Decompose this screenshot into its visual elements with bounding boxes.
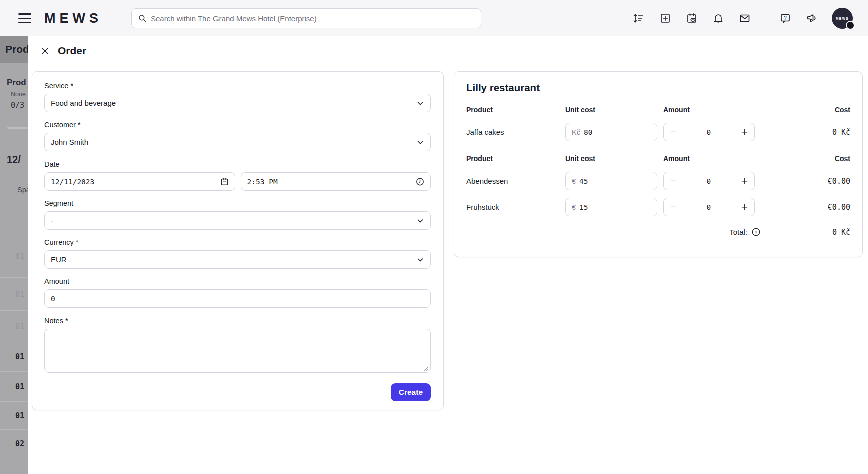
row-cost: €0.00 bbox=[761, 173, 850, 189]
column-header-unit-cost: Unit cost bbox=[565, 106, 663, 119]
mail-icon[interactable] bbox=[738, 12, 751, 25]
minus-icon[interactable]: − bbox=[670, 201, 676, 213]
background-table-row: 01 bbox=[0, 310, 28, 342]
time-input[interactable] bbox=[241, 172, 431, 191]
global-search[interactable] bbox=[131, 8, 481, 28]
date-input[interactable] bbox=[44, 172, 235, 191]
segment-select[interactable]: - bbox=[44, 211, 431, 230]
row-cost: 0 Kč bbox=[761, 124, 850, 140]
product-table: Product Unit cost Amount Cost Abendessen… bbox=[466, 154, 850, 220]
background-table-row: 01 bbox=[0, 401, 28, 429]
background-table-row: 01 bbox=[0, 342, 28, 371]
background-table-row bbox=[0, 458, 28, 474]
amount-input[interactable] bbox=[44, 289, 431, 308]
dimmed-background-page: Prod Prod None 0/3 12/ Spa 01 01 01 01 0… bbox=[0, 36, 28, 474]
minus-icon[interactable]: − bbox=[670, 175, 676, 187]
stepper-value[interactable]: 0 bbox=[707, 203, 711, 211]
stepper-value[interactable]: 0 bbox=[707, 128, 711, 136]
calendar-icon[interactable] bbox=[220, 177, 229, 186]
create-button[interactable]: Create bbox=[391, 383, 431, 401]
stepper-value[interactable]: 0 bbox=[707, 177, 711, 185]
avatar-label: MEWS bbox=[836, 17, 849, 20]
close-icon[interactable] bbox=[39, 45, 51, 57]
search-input[interactable] bbox=[151, 14, 475, 23]
column-header-unit-cost: Unit cost bbox=[565, 154, 663, 168]
total-value: 0 Kč bbox=[761, 228, 850, 237]
amount-text-input[interactable] bbox=[51, 295, 424, 303]
unit-cost-input[interactable]: € bbox=[565, 172, 657, 190]
help-circle-icon[interactable]: ? bbox=[751, 227, 761, 237]
megaphone-icon[interactable] bbox=[805, 12, 818, 25]
background-date-fragment: 12/ bbox=[7, 154, 21, 166]
unit-cost-value[interactable] bbox=[584, 128, 650, 136]
column-header-product: Product bbox=[466, 154, 565, 168]
notes-textarea[interactable] bbox=[44, 329, 431, 373]
product-name: Frühstück bbox=[466, 199, 565, 215]
notes-field: Notes * bbox=[44, 317, 431, 375]
help-bubble-icon[interactable]: ? bbox=[779, 12, 792, 25]
column-header-amount: Amount bbox=[663, 154, 761, 168]
resize-handle-icon[interactable] bbox=[423, 366, 429, 371]
density-icon[interactable] bbox=[632, 12, 645, 25]
menu-icon[interactable] bbox=[18, 13, 31, 23]
segment-label: Segment bbox=[44, 199, 431, 207]
service-select[interactable]: Food and beverage bbox=[44, 94, 431, 112]
chevron-down-icon bbox=[416, 99, 425, 108]
currency-value: EUR bbox=[51, 255, 67, 264]
service-field: Service * Food and beverage bbox=[44, 82, 431, 112]
background-page-content: Prod None 0/3 12/ Spa 01 01 01 01 01 01 … bbox=[0, 63, 28, 474]
bell-icon[interactable] bbox=[712, 12, 725, 25]
date-field: Date bbox=[44, 160, 431, 191]
topbar: MEWS ? bbox=[0, 0, 868, 36]
search-icon bbox=[138, 14, 147, 23]
currency-prefix: € bbox=[572, 177, 576, 185]
clock-icon[interactable] bbox=[415, 177, 425, 186]
plus-icon[interactable]: + bbox=[741, 126, 748, 139]
unit-cost-value[interactable] bbox=[579, 177, 650, 185]
order-panel: Order Service * Food and beverage Custom… bbox=[28, 36, 868, 474]
currency-field: Currency * EUR bbox=[44, 238, 431, 269]
mews-logo[interactable]: MEWS bbox=[44, 11, 102, 26]
plus-icon[interactable]: + bbox=[741, 201, 748, 214]
amount-stepper: − 0 + bbox=[663, 198, 755, 216]
amount-label: Amount bbox=[44, 277, 431, 285]
customer-select[interactable]: John Smith bbox=[44, 133, 431, 151]
chevron-down-icon bbox=[416, 216, 425, 225]
amount-stepper: − 0 + bbox=[663, 123, 755, 141]
total-row: Total: ? 0 Kč bbox=[466, 220, 850, 237]
unit-cost-input[interactable]: Kč bbox=[565, 123, 657, 141]
service-value: Food and beverage bbox=[51, 99, 116, 107]
avatar-badge bbox=[846, 21, 855, 30]
amount-stepper: − 0 + bbox=[663, 172, 755, 190]
chevron-down-icon bbox=[416, 255, 425, 264]
minus-icon[interactable]: − bbox=[670, 126, 676, 138]
date-label: Date bbox=[44, 160, 431, 168]
time-text-input[interactable] bbox=[247, 178, 425, 186]
column-header-amount: Amount bbox=[663, 106, 761, 119]
segment-value: - bbox=[51, 216, 53, 225]
column-header-cost: Cost bbox=[761, 106, 850, 119]
order-panel-header: Order bbox=[28, 36, 868, 65]
background-product-label: Prod bbox=[7, 78, 26, 88]
customer-value: John Smith bbox=[51, 138, 88, 146]
currency-select[interactable]: EUR bbox=[44, 250, 431, 269]
topbar-divider bbox=[765, 11, 765, 26]
order-form-card: Service * Food and beverage Customer * J… bbox=[32, 71, 444, 410]
unit-cost-input[interactable]: € bbox=[565, 198, 657, 216]
calendar-eye-icon[interactable] bbox=[685, 12, 698, 25]
app-window: MEWS ? bbox=[0, 0, 868, 474]
panel-title: Order bbox=[58, 45, 86, 57]
notes-label: Notes * bbox=[44, 317, 431, 325]
date-text-input[interactable] bbox=[51, 178, 229, 186]
add-square-icon[interactable] bbox=[659, 12, 672, 25]
column-header-product: Product bbox=[466, 106, 565, 119]
plus-icon[interactable]: + bbox=[741, 175, 748, 188]
background-table-row: 01 bbox=[0, 371, 28, 401]
svg-text:?: ? bbox=[784, 15, 787, 21]
account-avatar[interactable]: MEWS bbox=[832, 8, 853, 29]
unit-cost-value[interactable] bbox=[579, 203, 650, 211]
row-cost: €0.00 bbox=[761, 199, 850, 215]
svg-text:?: ? bbox=[755, 230, 757, 235]
customer-label: Customer * bbox=[44, 121, 431, 129]
chevron-down-icon bbox=[416, 138, 425, 147]
